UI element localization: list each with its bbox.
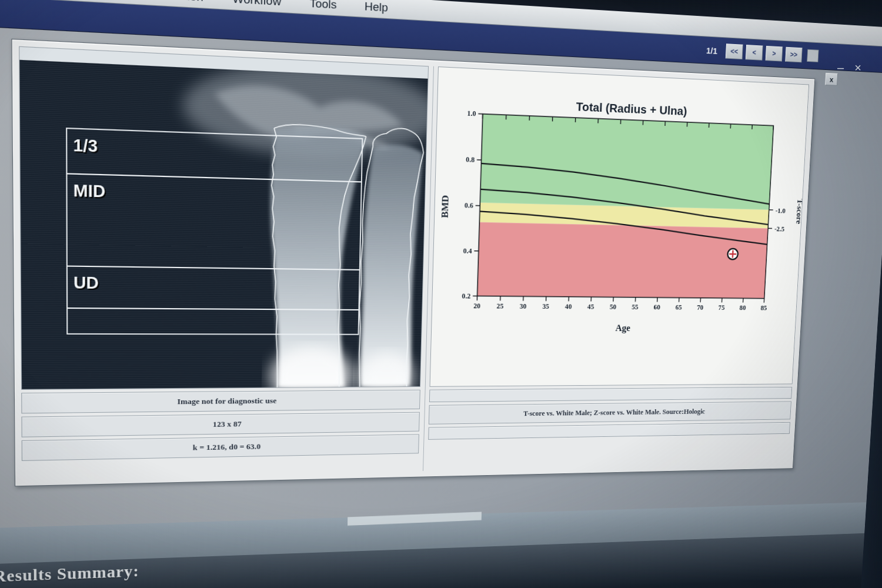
svg-text:60: 60	[653, 303, 660, 311]
window-controls: – ×	[837, 61, 861, 75]
chart-spacer-row-top	[429, 387, 792, 402]
report-canvas: x	[0, 25, 882, 588]
xray-column: 1/3 MID UD Image not for diagnostic use …	[19, 46, 429, 480]
svg-text:85: 85	[760, 305, 767, 312]
roi-label-one-third: 1/3	[73, 136, 98, 155]
menu-item-workflow[interactable]: Workflow	[232, 0, 281, 9]
svg-text:65: 65	[675, 304, 682, 312]
last-page-button[interactable]: >>	[785, 47, 802, 63]
xray-panel: 1/3 MID UD	[19, 46, 429, 390]
svg-text:70: 70	[697, 304, 703, 312]
monitor-screen: Annotation Workflow Tools Help 1/1 << < …	[0, 0, 882, 588]
svg-text:-1.0: -1.0	[776, 207, 786, 215]
svg-text:50: 50	[610, 303, 617, 311]
svg-text:80: 80	[740, 304, 746, 312]
svg-text:0.6: 0.6	[465, 201, 473, 209]
roi-label-ud: UD	[74, 273, 99, 292]
first-page-button[interactable]: <<	[726, 44, 743, 59]
close-icon[interactable]: ×	[854, 61, 861, 75]
roi-label-mid: MID	[74, 182, 106, 201]
page-indicator: 1/1	[706, 45, 718, 56]
svg-text:55: 55	[632, 303, 639, 311]
y2-axis-label: T-score	[795, 199, 805, 224]
minimize-icon[interactable]: –	[837, 61, 844, 75]
xray-art: 1/3 MID UD	[19, 60, 427, 389]
menu-item-help[interactable]: Help	[365, 0, 388, 15]
xray-note-row: Image not for diagnostic use	[21, 390, 420, 414]
patient-marker	[727, 249, 738, 260]
bmd-chart-panel: Total (Radius + Ulna) 202530354045505560…	[430, 66, 810, 387]
svg-text:40: 40	[565, 303, 572, 310]
chart-title: Total (Radius + Ulna)	[576, 100, 687, 118]
xray-calibration-row: k = 1.216, d0 = 63.0	[22, 434, 419, 460]
report-page: 1/3 MID UD Image not for diagnostic use …	[11, 39, 815, 486]
y-axis-label: BMD	[440, 195, 451, 218]
page-option-button[interactable]	[807, 49, 818, 62]
svg-text:-2.5: -2.5	[774, 225, 785, 233]
menu-item-tools[interactable]: Tools	[309, 0, 337, 12]
tscore-bands	[477, 114, 774, 299]
svg-text:75: 75	[718, 304, 724, 312]
svg-text:1.0: 1.0	[467, 109, 476, 118]
view-close-button[interactable]: x	[825, 73, 838, 86]
svg-text:20: 20	[473, 302, 480, 310]
menu-item-annotation[interactable]: Annotation	[145, 0, 203, 4]
svg-text:25: 25	[496, 302, 503, 310]
svg-text:0.2: 0.2	[462, 292, 470, 300]
svg-text:0.4: 0.4	[463, 247, 473, 255]
svg-text:45: 45	[587, 303, 594, 311]
previous-page-button[interactable]: <	[746, 45, 763, 61]
chart-footnote-row: T-score vs. White Male; Z-score vs. Whit…	[429, 401, 791, 424]
forearm-xray-image: 1/3 MID UD	[19, 60, 427, 389]
svg-text:30: 30	[519, 303, 526, 310]
svg-text:0.8: 0.8	[466, 156, 475, 164]
bmd-reference-chart: Total (Radius + Ulna) 202530354045505560…	[430, 67, 809, 386]
next-page-button[interactable]: >	[766, 46, 783, 62]
chart-column: Total (Radius + Ulna) 202530354045505560…	[423, 66, 809, 471]
xray-dimensions-row: 123 x 87	[21, 412, 419, 437]
svg-text:35: 35	[542, 303, 549, 310]
x-axis-label: Age	[615, 323, 630, 333]
chart-spacer-row-bottom	[428, 422, 790, 440]
